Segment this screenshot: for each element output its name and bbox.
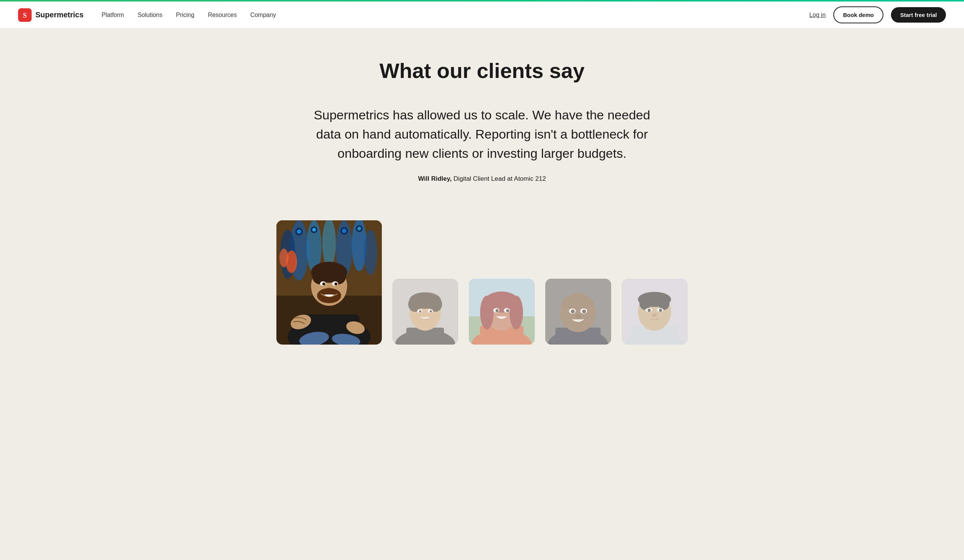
logo-link[interactable]: S Supermetrics bbox=[18, 8, 84, 22]
svg-point-74 bbox=[582, 309, 586, 313]
main-nav: S Supermetrics Platform Solutions Pricin… bbox=[0, 2, 964, 29]
svg-point-89 bbox=[652, 313, 657, 317]
avatar-carousel bbox=[18, 213, 946, 345]
svg-point-88 bbox=[659, 309, 662, 312]
nav-link-platform[interactable]: Platform bbox=[102, 12, 124, 18]
book-demo-button[interactable]: Book demo bbox=[833, 7, 884, 23]
svg-point-18 bbox=[357, 227, 361, 231]
avatar-person-5[interactable] bbox=[622, 279, 687, 345]
login-link[interactable]: Log in bbox=[809, 12, 826, 18]
avatar-will-ridley bbox=[277, 220, 382, 345]
svg-text:S: S bbox=[23, 12, 27, 19]
section-title: What our clients say bbox=[18, 59, 946, 83]
svg-point-49 bbox=[430, 310, 432, 313]
testimonial-author: Will Ridley, Digital Client Lead at Atom… bbox=[18, 175, 946, 182]
svg-point-70 bbox=[562, 295, 594, 309]
avatar-person-5-img bbox=[622, 279, 687, 345]
avatar-person-3[interactable] bbox=[469, 279, 535, 345]
svg-point-75 bbox=[575, 314, 581, 319]
nav-link-company[interactable]: Company bbox=[251, 12, 276, 18]
svg-point-12 bbox=[297, 230, 301, 234]
main-content: What our clients say Supermetrics has al… bbox=[0, 29, 964, 367]
nav-link-solutions[interactable]: Solutions bbox=[137, 12, 162, 18]
avatar-person-4[interactable] bbox=[545, 279, 611, 345]
nav-actions: Log in Book demo Start free trial bbox=[809, 7, 946, 23]
author-name: Will Ridley, bbox=[418, 175, 451, 182]
svg-point-63 bbox=[506, 309, 509, 312]
svg-point-62 bbox=[495, 309, 498, 312]
svg-point-32 bbox=[322, 282, 325, 285]
svg-point-87 bbox=[648, 309, 651, 312]
svg-point-58 bbox=[480, 296, 494, 329]
svg-point-14 bbox=[312, 228, 316, 231]
author-role: Digital Client Lead at Atomic 212 bbox=[453, 175, 546, 182]
avatar-person-2-img bbox=[392, 279, 458, 345]
start-trial-button[interactable]: Start free trial bbox=[891, 7, 946, 23]
avatar-active[interactable] bbox=[277, 220, 382, 345]
svg-point-84 bbox=[658, 296, 669, 310]
avatar-person-4-img bbox=[545, 279, 611, 345]
svg-point-16 bbox=[342, 229, 347, 233]
svg-point-9 bbox=[364, 230, 377, 275]
svg-point-48 bbox=[419, 310, 422, 313]
avatar-person-2[interactable] bbox=[392, 279, 458, 345]
testimonial-quote: Supermetrics has allowed us to scale. We… bbox=[313, 106, 651, 163]
avatar-person-3-img bbox=[469, 279, 535, 345]
svg-point-73 bbox=[571, 309, 575, 313]
svg-point-59 bbox=[510, 296, 523, 329]
logo-text: Supermetrics bbox=[36, 11, 84, 19]
nav-links: Platform Solutions Pricing Resources Com… bbox=[102, 12, 809, 18]
nav-link-resources[interactable]: Resources bbox=[208, 12, 236, 18]
svg-point-33 bbox=[334, 282, 337, 285]
svg-point-6 bbox=[322, 220, 336, 267]
svg-point-20 bbox=[279, 249, 288, 267]
nav-link-pricing[interactable]: Pricing bbox=[176, 12, 194, 18]
supermetrics-logo-icon: S bbox=[18, 8, 32, 22]
svg-point-83 bbox=[639, 296, 651, 310]
